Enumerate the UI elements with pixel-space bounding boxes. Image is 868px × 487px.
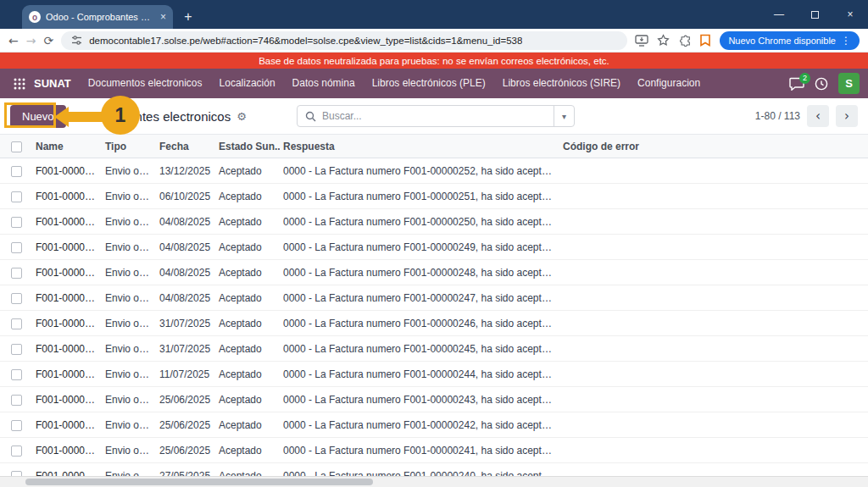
pager-previous-button[interactable]: ‹ <box>807 105 829 127</box>
install-icon[interactable] <box>635 35 648 47</box>
cell-codigo-error <box>559 285 868 311</box>
table-row[interactable]: F001-00000248 Envio onli... 04/08/2025 A… <box>0 260 868 285</box>
row-checkbox[interactable] <box>11 217 22 228</box>
minimize-button[interactable]: — <box>761 0 797 29</box>
row-checkbox[interactable] <box>11 293 22 304</box>
nav-item-libros-sire[interactable]: Libros electrónicos (SIRE) <box>494 69 629 98</box>
list-body: F001-00000252 Envio onli... 13/12/2025 A… <box>0 158 868 477</box>
table-row[interactable]: F001-00000244 Envio onli... 11/07/2025 A… <box>0 362 868 387</box>
nav-item-configuracion[interactable]: Configuracion <box>629 69 709 98</box>
nav-item-localizacion[interactable]: Localización <box>211 69 284 98</box>
cell-tipo: Envio onli... <box>102 311 156 336</box>
row-checkbox[interactable] <box>11 369 22 380</box>
table-row[interactable]: F001-00000243 Envio onli... 25/06/2025 A… <box>0 387 868 412</box>
cell-name: F001-00000248 <box>32 260 102 285</box>
url-text: democontable17.solse.pe/web#action=746&m… <box>89 36 522 46</box>
nav-item-datos-nomina[interactable]: Datos nómina <box>284 69 364 98</box>
cell-name: F001-00000252 <box>32 158 102 184</box>
nav-item-documentos-electronicos[interactable]: Documentos electronicos <box>80 69 211 98</box>
table-row[interactable]: F001-00000240 Envio onli... 27/05/2025 A… <box>0 463 868 477</box>
table-row[interactable]: F001-00000245 Envio onli... 31/07/2025 A… <box>0 336 868 362</box>
search-dropdown-toggle[interactable]: ▾ <box>554 106 574 126</box>
table-row[interactable]: F001-00000246 Envio onli... 31/07/2025 A… <box>0 311 868 336</box>
forward-icon[interactable]: → <box>26 35 36 47</box>
cell-fecha: 04/08/2025 <box>156 260 215 285</box>
row-checkbox[interactable] <box>11 344 22 355</box>
cell-estado: Aceptado <box>215 336 280 362</box>
url-field[interactable]: democontable17.solse.pe/web#action=746&m… <box>61 31 627 50</box>
column-header-tipo[interactable]: Tipo <box>102 135 156 158</box>
row-checkbox[interactable] <box>11 420 22 431</box>
cell-name: F001-00000240 <box>32 463 102 477</box>
nav-right: 2 S <box>789 73 860 94</box>
column-header-estado-sunat[interactable]: Estado Sun... <box>215 135 280 158</box>
nav-item-libros-ple[interactable]: Libros electrónicos (PLE) <box>364 69 494 98</box>
scrollbar-thumb[interactable] <box>25 479 373 485</box>
gear-icon[interactable]: ⚙ <box>236 110 247 123</box>
cell-name: F001-00000245 <box>32 336 102 362</box>
orange-extension-icon[interactable] <box>699 34 711 47</box>
cell-tipo: Envio onli... <box>102 184 156 209</box>
table-row[interactable]: F001-00000241 Envio onli... 25/06/2025 A… <box>0 438 868 463</box>
table-row[interactable]: F001-00000252 Envio onli... 13/12/2025 A… <box>0 158 868 184</box>
cell-name: F001-00000250 <box>32 209 102 235</box>
tab-close-icon[interactable]: × <box>160 12 166 22</box>
pager-next-button[interactable]: › <box>836 105 858 127</box>
tab-strip: o Odoo - Comprobantes electron × + — × <box>0 0 868 29</box>
cell-name: F001-00000251 <box>32 184 102 209</box>
cell-respuesta: 0000 - La Factura numero F001-00000252, … <box>280 158 559 184</box>
table-header-row: Name Tipo Fecha Estado Sun... Respuesta … <box>0 135 868 158</box>
row-checkbox[interactable] <box>11 268 22 279</box>
cell-fecha: 25/06/2025 <box>156 412 215 438</box>
cell-respuesta: 0000 - La Factura numero F001-00000241, … <box>280 438 559 463</box>
cell-estado: Aceptado <box>215 285 280 311</box>
cell-fecha: 31/07/2025 <box>156 311 215 336</box>
search-box: ▾ <box>297 105 575 127</box>
table-row[interactable]: F001-00000250 Envio onli... 04/08/2025 A… <box>0 209 868 235</box>
column-header-fecha[interactable]: Fecha <box>156 135 215 158</box>
chrome-update-button[interactable]: Nuevo Chrome disponible ⋮ <box>720 31 860 50</box>
column-header-respuesta[interactable]: Respuesta <box>280 135 559 158</box>
table-row[interactable]: F001-00000249 Envio onli... 04/08/2025 A… <box>0 235 868 260</box>
cell-estado: Aceptado <box>215 362 280 387</box>
refresh-icon[interactable]: ⟳ <box>43 35 53 47</box>
new-record-button[interactable]: Nuevo <box>10 105 66 128</box>
extensions-puzzle-icon[interactable] <box>678 34 691 47</box>
row-checkbox[interactable] <box>11 166 22 177</box>
column-header-name[interactable]: Name <box>32 135 102 158</box>
column-header-codigo-error[interactable]: Código de error <box>559 135 868 158</box>
activities-button[interactable] <box>815 77 828 91</box>
app-brand[interactable]: SUNAT <box>34 77 71 90</box>
row-checkbox[interactable] <box>11 395 22 406</box>
table-row[interactable]: F001-00000247 Envio onli... 04/08/2025 A… <box>0 285 868 311</box>
search-input[interactable] <box>322 110 554 122</box>
user-avatar[interactable]: S <box>838 73 860 94</box>
neutralized-banner: Base de datos neutralizada para pruebas:… <box>0 53 868 69</box>
row-checkbox[interactable] <box>11 318 22 329</box>
row-checkbox[interactable] <box>11 445 22 457</box>
table-row[interactable]: F001-00000251 Envio onli... 06/10/2025 A… <box>0 184 868 209</box>
cell-fecha: 25/06/2025 <box>156 387 215 412</box>
pager: 1-80 / 113 ‹ › <box>755 98 858 134</box>
horizontal-scrollbar[interactable] <box>0 476 868 487</box>
bookmark-star-icon[interactable] <box>657 34 670 47</box>
back-icon[interactable]: ← <box>8 35 19 47</box>
browser-tab[interactable]: o Odoo - Comprobantes electron × <box>22 5 173 29</box>
cell-estado: Aceptado <box>215 311 280 336</box>
row-checkbox[interactable] <box>11 242 22 253</box>
cell-codigo-error <box>559 412 868 438</box>
select-all-checkbox[interactable] <box>11 141 22 152</box>
close-button[interactable]: × <box>832 0 868 29</box>
browser-menu-icon[interactable]: ⋮ <box>841 35 851 47</box>
restore-button[interactable] <box>797 0 832 29</box>
table-row[interactable]: F001-00000242 Envio onli... 25/06/2025 A… <box>0 412 868 438</box>
list-view: Name Tipo Fecha Estado Sun... Respuesta … <box>0 134 868 476</box>
messages-button[interactable]: 2 <box>789 77 804 91</box>
cell-estado: Aceptado <box>215 260 280 285</box>
apps-menu-button[interactable] <box>8 73 31 95</box>
cell-respuesta: 0000 - La Factura numero F001-00000243, … <box>280 387 559 412</box>
new-tab-button[interactable]: + <box>178 7 198 27</box>
cell-fecha: 04/08/2025 <box>156 209 215 235</box>
breadcrumb: Comprobantes electronicos <box>76 109 231 124</box>
row-checkbox[interactable] <box>11 191 22 202</box>
